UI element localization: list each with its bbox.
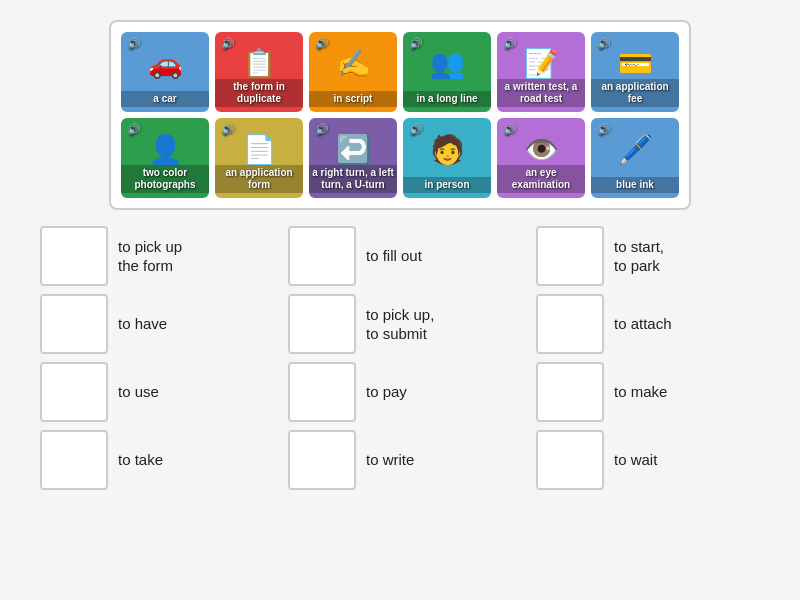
- card-eye-exam-label: an eye examination: [497, 165, 585, 193]
- mi-make-item: to make: [536, 362, 760, 422]
- mi-make-label: to make: [614, 382, 667, 402]
- mi-start-park-box[interactable]: [536, 226, 604, 286]
- mi-have-item: to have: [40, 294, 264, 354]
- cards-section: 🚗🔊a car📋🔊the form in duplicate✍️🔊in scri…: [109, 20, 691, 210]
- card-app-form[interactable]: 📄🔊an application form: [215, 118, 303, 198]
- card-photos-label: two color photographs: [121, 165, 209, 193]
- card-a-car-speaker-icon[interactable]: 🔊: [127, 37, 141, 50]
- mi-pay-item: to pay: [288, 362, 512, 422]
- card-photos-speaker-icon[interactable]: 🔊: [127, 123, 141, 136]
- card-a-car[interactable]: 🚗🔊a car: [121, 32, 209, 112]
- card-photos[interactable]: 👤🔊two color photographs: [121, 118, 209, 198]
- mi-pay-label: to pay: [366, 382, 407, 402]
- mi-pick-up-form-item: to pick up the form: [40, 226, 264, 286]
- mi-pick-up-form-box[interactable]: [40, 226, 108, 286]
- card-eye-exam-speaker-icon[interactable]: 🔊: [503, 123, 517, 136]
- mi-attach-box[interactable]: [536, 294, 604, 354]
- mi-take-item: to take: [40, 430, 264, 490]
- mi-wait-label: to wait: [614, 450, 657, 470]
- card-application-fee-speaker-icon[interactable]: 🔊: [597, 37, 611, 50]
- card-turn-label: a right turn, a left turn, a U-turn: [309, 165, 397, 193]
- card-blue-ink-label: blue ink: [591, 177, 679, 193]
- mi-start-park-item: to start, to park: [536, 226, 760, 286]
- mi-pick-up-submit-box[interactable]: [288, 294, 356, 354]
- mi-take-box[interactable]: [40, 430, 108, 490]
- card-application-fee[interactable]: 💳🔊an application fee: [591, 32, 679, 112]
- card-blue-ink-speaker-icon[interactable]: 🔊: [597, 123, 611, 136]
- cards-row-2: 👤🔊two color photographs📄🔊an application …: [121, 118, 679, 198]
- mi-use-item: to use: [40, 362, 264, 422]
- mi-attach-item: to attach: [536, 294, 760, 354]
- card-form-duplicate-speaker-icon[interactable]: 🔊: [221, 37, 235, 50]
- match-section: to pick up the formto fill outto start, …: [40, 226, 760, 490]
- mi-wait-item: to wait: [536, 430, 760, 490]
- card-in-script-speaker-icon[interactable]: 🔊: [315, 37, 329, 50]
- mi-write-item: to write: [288, 430, 512, 490]
- card-a-car-label: a car: [121, 91, 209, 107]
- card-in-person[interactable]: 🧑🔊in person: [403, 118, 491, 198]
- mi-write-label: to write: [366, 450, 414, 470]
- cards-row-1: 🚗🔊a car📋🔊the form in duplicate✍️🔊in scri…: [121, 32, 679, 112]
- mi-wait-box[interactable]: [536, 430, 604, 490]
- card-written-test-speaker-icon[interactable]: 🔊: [503, 37, 517, 50]
- card-eye-exam[interactable]: 👁️🔊an eye examination: [497, 118, 585, 198]
- mi-fill-out-item: to fill out: [288, 226, 512, 286]
- mi-attach-label: to attach: [614, 314, 672, 334]
- card-app-form-label: an application form: [215, 165, 303, 193]
- mi-use-label: to use: [118, 382, 159, 402]
- mi-have-label: to have: [118, 314, 167, 334]
- card-blue-ink[interactable]: 🖊️🔊blue ink: [591, 118, 679, 198]
- mi-pick-up-submit-label: to pick up, to submit: [366, 305, 434, 344]
- mi-have-box[interactable]: [40, 294, 108, 354]
- mi-pay-box[interactable]: [288, 362, 356, 422]
- card-application-fee-label: an application fee: [591, 79, 679, 107]
- mi-take-label: to take: [118, 450, 163, 470]
- mi-fill-out-box[interactable]: [288, 226, 356, 286]
- mi-use-box[interactable]: [40, 362, 108, 422]
- card-in-person-speaker-icon[interactable]: 🔊: [409, 123, 423, 136]
- mi-start-park-label: to start, to park: [614, 237, 664, 276]
- card-in-person-label: in person: [403, 177, 491, 193]
- card-app-form-speaker-icon[interactable]: 🔊: [221, 123, 235, 136]
- card-long-line[interactable]: 👥🔊in a long line: [403, 32, 491, 112]
- card-turn-speaker-icon[interactable]: 🔊: [315, 123, 329, 136]
- card-long-line-speaker-icon[interactable]: 🔊: [409, 37, 423, 50]
- mi-write-box[interactable]: [288, 430, 356, 490]
- mi-fill-out-label: to fill out: [366, 246, 422, 266]
- card-form-duplicate-label: the form in duplicate: [215, 79, 303, 107]
- card-written-test-label: a written test, a road test: [497, 79, 585, 107]
- mi-pick-up-submit-item: to pick up, to submit: [288, 294, 512, 354]
- card-form-duplicate[interactable]: 📋🔊the form in duplicate: [215, 32, 303, 112]
- card-long-line-label: in a long line: [403, 91, 491, 107]
- card-in-script[interactable]: ✍️🔊in script: [309, 32, 397, 112]
- mi-make-box[interactable]: [536, 362, 604, 422]
- card-in-script-label: in script: [309, 91, 397, 107]
- card-turn[interactable]: ↩️🔊a right turn, a left turn, a U-turn: [309, 118, 397, 198]
- mi-pick-up-form-label: to pick up the form: [118, 237, 182, 276]
- card-written-test[interactable]: 📝🔊a written test, a road test: [497, 32, 585, 112]
